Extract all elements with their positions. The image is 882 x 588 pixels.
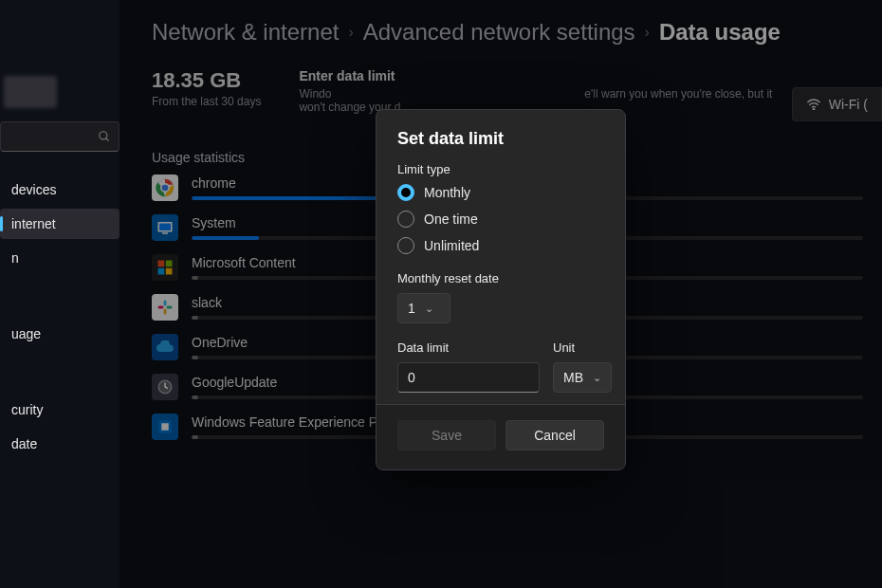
reset-date-label: Monthly reset date (397, 271, 604, 285)
modal-overlay: Set data limit Limit type Monthly One ti… (119, 0, 882, 588)
search-input-wrap[interactable] (0, 121, 119, 152)
radio-dot-icon (397, 237, 414, 254)
dialog-title: Set data limit (397, 129, 604, 149)
svg-line-1 (106, 138, 109, 141)
radio-monthly[interactable]: Monthly (397, 184, 604, 201)
chevron-down-icon: ⌄ (425, 303, 433, 315)
radio-monthly-label: Monthly (424, 185, 470, 200)
limit-type-group: Monthly One time Unlimited (397, 184, 604, 254)
sidebar-item-language[interactable]: uage (0, 319, 119, 349)
data-limit-input[interactable] (397, 362, 540, 393)
radio-unlimited-label: Unlimited (424, 238, 479, 253)
set-data-limit-dialog: Set data limit Limit type Monthly One ti… (376, 109, 626, 470)
radio-onetime[interactable]: One time (397, 211, 604, 228)
unit-value: MB (563, 370, 583, 385)
cancel-button[interactable]: Cancel (505, 420, 604, 450)
radio-unlimited[interactable]: Unlimited (397, 237, 604, 254)
search-icon (98, 130, 111, 143)
data-limit-label: Data limit (397, 340, 540, 355)
sidebar-item-personalization[interactable]: n (0, 243, 119, 273)
chevron-down-icon: ⌄ (593, 372, 601, 384)
sidebar-item-devices[interactable]: devices (0, 175, 119, 205)
unit-dropdown[interactable]: MB ⌄ (553, 362, 612, 393)
sidebar-item-internet[interactable]: internet (0, 209, 119, 239)
sidebar-item-security[interactable]: curity (0, 395, 119, 425)
radio-onetime-label: One time (424, 211, 478, 227)
save-button[interactable]: Save (397, 420, 496, 450)
radio-dot-icon (397, 211, 414, 228)
reset-date-dropdown[interactable]: 1 ⌄ (397, 293, 450, 323)
radio-dot-icon (397, 184, 414, 201)
limit-type-label: Limit type (397, 162, 604, 176)
account-avatar (4, 76, 57, 108)
sidebar-item-update[interactable]: date (0, 429, 119, 459)
reset-date-value: 1 (408, 301, 415, 316)
unit-label: Unit (553, 340, 612, 355)
svg-point-0 (100, 132, 107, 139)
